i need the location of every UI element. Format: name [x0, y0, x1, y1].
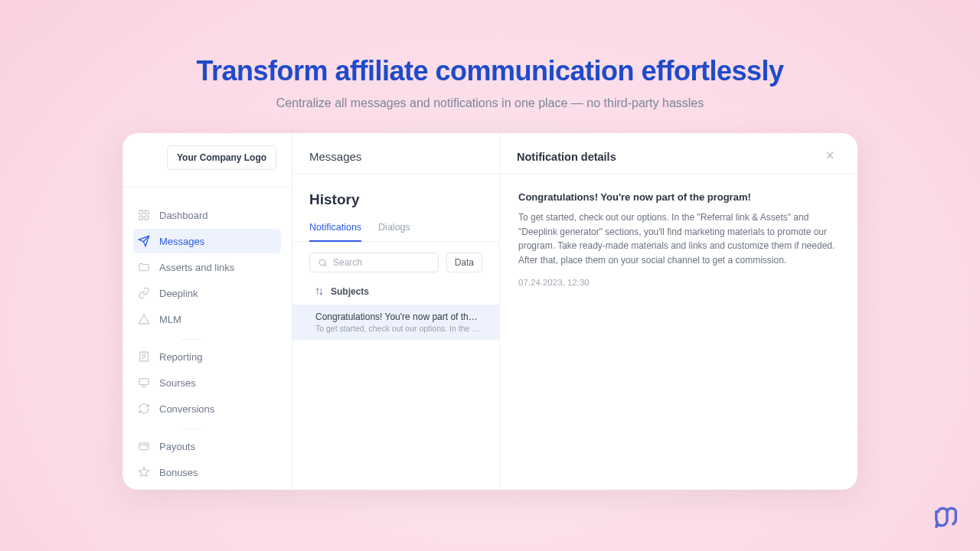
divider: [181, 339, 202, 340]
sidebar-item-dashboard[interactable]: Dashboard: [133, 203, 281, 227]
sidebar-item-label: Conversions: [159, 403, 214, 415]
hero-title: Transform affiliate communication effort…: [0, 55, 980, 87]
svg-rect-5: [139, 379, 149, 385]
display-icon: [138, 377, 150, 389]
sidebar-item-label: Reporting: [159, 351, 202, 363]
sidebar-item-label: Payouts: [159, 441, 195, 452]
history-title: History: [292, 191, 499, 222]
data-filter[interactable]: Data: [446, 253, 482, 272]
column-header-label: Subjects: [331, 286, 369, 297]
grid-icon: [138, 209, 150, 221]
folder-icon: [138, 261, 150, 273]
svg-rect-2: [139, 216, 143, 220]
sidebar-item-label: MLM: [159, 314, 181, 325]
message-row[interactable]: Congratulations! You're now part of the …: [292, 305, 499, 340]
search-input[interactable]: Search: [309, 253, 439, 272]
notification-subject: Congratulations! You're now part of the …: [518, 191, 839, 203]
messages-heading: Messages: [292, 133, 499, 174]
svg-point-7: [319, 259, 325, 266]
svg-rect-6: [139, 443, 149, 450]
divider: [181, 429, 202, 429]
tab-dialogs[interactable]: Dialogs: [378, 222, 410, 241]
close-button[interactable]: [821, 146, 839, 168]
sidebar-item-label: Bonuses: [159, 467, 198, 478]
sidebar-item-label: Messages: [159, 236, 204, 247]
detail-panel-title: Notification details: [517, 151, 616, 163]
refresh-icon: [138, 403, 150, 415]
sidebar-item-deeplink[interactable]: Deeplink: [133, 281, 281, 305]
sidebar-item-sources[interactable]: Sourses: [133, 370, 281, 395]
search-icon: [318, 258, 328, 268]
send-icon: [138, 235, 150, 247]
svg-rect-3: [145, 216, 149, 220]
column-header[interactable]: Subjects: [292, 282, 499, 305]
sidebar-nav: Dashboard Messages Asserts and links Dee…: [122, 192, 292, 486]
close-icon: [824, 149, 836, 161]
company-logo: Your Company Logo: [167, 145, 276, 170]
sidebar: Your Company Logo Dashboard Messages Ass…: [122, 133, 292, 490]
sidebar-item-label: Dashboard: [159, 210, 208, 221]
report-icon: [138, 350, 150, 363]
star-icon: [138, 466, 150, 478]
sidebar-item-bonuses[interactable]: Bonuses: [133, 460, 281, 484]
wallet-icon: [138, 440, 150, 452]
svg-rect-0: [139, 210, 143, 214]
app-window: Your Company Logo Dashboard Messages Ass…: [122, 133, 858, 490]
detail-panel: Notification details Congratulations! Yo…: [500, 133, 858, 490]
tab-notifications[interactable]: Notifications: [309, 222, 361, 242]
sidebar-item-label: Sourses: [159, 377, 196, 389]
sidebar-item-assets[interactable]: Asserts and links: [133, 255, 281, 279]
tabs: Notifications Dialogs: [292, 222, 499, 242]
sidebar-item-mlm[interactable]: MLM: [133, 307, 281, 331]
search-placeholder: Search: [333, 257, 362, 268]
triangle-icon: [138, 313, 150, 325]
link-icon: [138, 287, 150, 299]
hero-subtitle: Centralize all messages and notification…: [0, 96, 980, 110]
brand-logo-icon: [934, 505, 960, 534]
svg-rect-1: [145, 210, 149, 214]
sidebar-item-reporting[interactable]: Reporting: [133, 344, 281, 369]
message-row-preview: To get started, check out our options. I…: [315, 324, 482, 333]
sidebar-item-payouts[interactable]: Payouts: [133, 434, 281, 458]
sidebar-item-label: Asserts and links: [159, 262, 234, 273]
sidebar-item-label: Deeplink: [159, 288, 198, 299]
message-row-title: Congratulations! You're now part of the …: [315, 311, 482, 322]
sidebar-item-messages[interactable]: Messages: [133, 229, 281, 253]
notification-body: To get started, check out our options. I…: [518, 210, 839, 267]
messages-panel: Messages History Notifications Dialogs S…: [292, 133, 500, 490]
notification-timestamp: 07.24.2023, 12:30: [518, 278, 839, 287]
sort-icon: [314, 286, 325, 297]
sidebar-item-conversions[interactable]: Conversions: [133, 396, 281, 421]
divider: [122, 187, 292, 187]
